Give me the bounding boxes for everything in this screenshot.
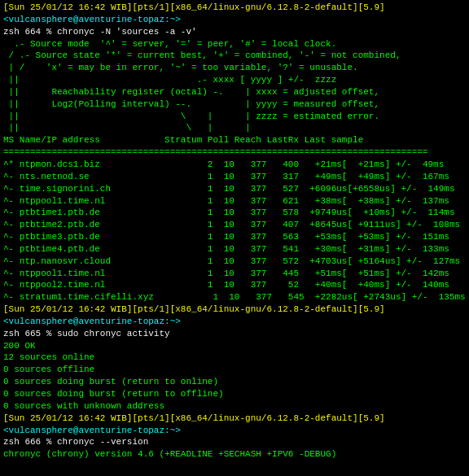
terminal-line-16: ^- time.signorini.ch 1 10 377 527 +6096u… [3,183,466,195]
terminal-line-12: MS Name/IP address Stratum Poll Reach La… [3,134,466,146]
terminal-line-6: | / 'x' = may be in error, '~' = too var… [3,62,466,74]
terminal-line-36: <vulcansphere@aventurine-topaz:~> [3,425,466,437]
terminal-line-8: || Reachability register (octal) -. | xx… [3,86,466,98]
terminal-line-18: ^- ptbtime1.ptb.de 1 10 377 578 +9749us[… [3,207,466,219]
terminal-line-20: ^- ptbtime3.ptb.de 1 10 377 563 +53ms[ +… [3,231,466,243]
terminal-line-35: [Sun 25/01/12 16:42 WIB][pts/1][x86_64/l… [3,413,466,425]
terminal-line-14: ^* ntpmon.dcs1.biz 2 10 377 400 +21ms[ +… [3,159,466,171]
terminal-line-19: ^- ptbtime2.ptb.de 1 10 377 407 +8645us[… [3,219,466,231]
terminal-line-10: || \ | | zzzz = estimated error. [3,111,466,123]
terminal-line-34: 0 sources with unknown address [3,400,466,413]
terminal-line-15: ^- nts.netnod.se 1 10 377 317 +49ms[ +49… [3,171,466,183]
terminal-line-22: ^- ntp.nanosvr.cloud 1 10 377 572 +4703u… [3,255,466,268]
terminal-line-24: ^- ntppool2.time.nl 1 10 377 52 +40ms[ +… [3,279,466,291]
terminal-line-28: zsh 665 % sudo chronyc activity [3,328,466,340]
terminal-line-17: ^- ntppool1.time.nl 1 10 377 621 +38ms[ … [3,195,466,207]
terminal-line-32: 0 sources doing burst (return to online) [3,376,466,388]
terminal-line-31: 0 sources offline [3,364,466,376]
terminal-line-27: <vulcansphere@aventurine-topaz:~> [3,316,466,328]
terminal-line-4: .- Source mode '^' = server, '=' = peer,… [3,38,466,50]
terminal-line-25: ^- stratum1.time.cifelli.xyz 1 10 377 54… [3,291,466,304]
terminal-line-21: ^- ptbtime4.ptb.de 1 10 377 541 +30ms[ +… [3,243,466,255]
terminal-window: [Sun 25/01/12 16:42 WIB][pts/1][x86_64/l… [0,0,469,462]
terminal-line-26: [Sun 25/01/12 16:42 WIB][pts/1][x86_64/l… [3,304,466,316]
terminal-line-11: || \ | | [3,122,466,134]
terminal-line-33: 0 sources doing burst (return to offline… [3,388,466,400]
terminal-line-2: zsh 664 % chronyc -N 'sources -a -v' [3,26,466,38]
terminal-line-0: [Sun 25/01/12 16:42 WIB][pts/1][x86_64/l… [3,2,466,14]
terminal-line-7: || .- xxxx [ yyyy ] +/- zzzz [3,74,466,86]
terminal-line-23: ^- ntppool1.time.nl 1 10 377 445 +51ms[ … [3,268,466,280]
terminal-line-9: || Log2(Polling interval) --. | yyyy = m… [3,98,466,111]
terminal-line-38: chronyc (chrony) version 4.6 (+READLINE … [3,448,466,461]
terminal-line-13: ========================================… [3,146,466,159]
terminal-line-37: zsh 666 % chronyc --version [3,436,466,448]
terminal-line-1: <vulcansphere@aventurine-topaz:~> [3,14,466,26]
terminal-line-30: 12 sources online [3,352,466,364]
terminal-line-5: / .- Source state '*' = current best, '+… [3,50,466,62]
terminal-line-29: 200 OK [3,340,466,352]
